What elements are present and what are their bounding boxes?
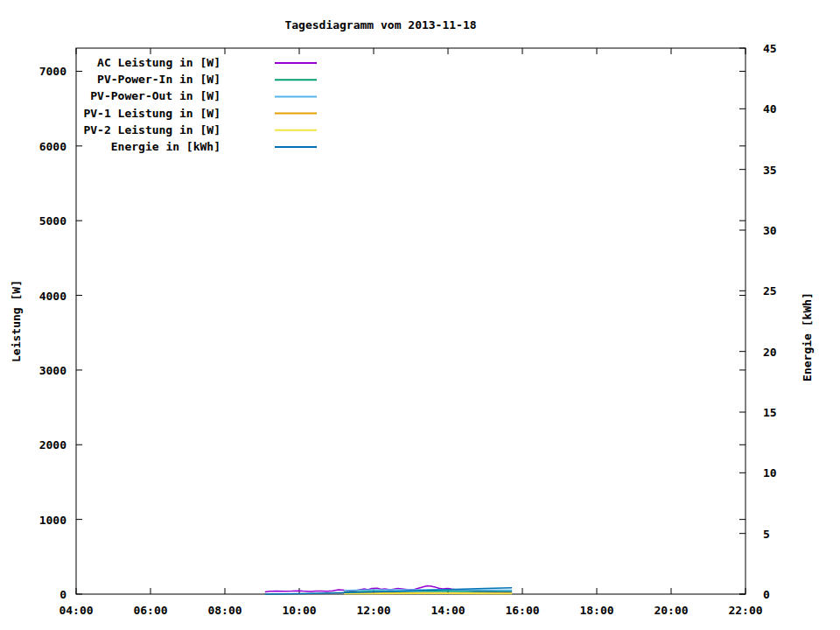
plot-area: 04:0006:0008:0010:0012:0014:0016:0018:00… <box>0 0 840 630</box>
y-tick-label: 1000 <box>39 514 66 527</box>
y-tick-label: 4000 <box>39 290 66 303</box>
x-tick-label: 12:00 <box>356 604 390 617</box>
x-tick-label: 18:00 <box>579 604 613 617</box>
y2-tick-label: 35 <box>763 164 777 177</box>
y2-tick-label: 30 <box>763 224 777 237</box>
chart: Tagesdiagramm vom 2013-11-18 Leistung [W… <box>0 0 840 630</box>
y2-tick-label: 40 <box>763 102 777 116</box>
y2-tick-label: 0 <box>763 588 770 601</box>
y2-tick-label: 45 <box>763 42 777 55</box>
y-tick-label: 2000 <box>39 438 66 452</box>
x-tick-label: 22:00 <box>728 604 762 617</box>
y2-tick-label: 5 <box>763 528 770 541</box>
legend-label: Energie in [kWh] <box>111 140 220 153</box>
legend-label: AC Leistung in [W] <box>97 56 220 69</box>
y2-tick-label: 25 <box>763 284 777 298</box>
legend-label: PV-2 Leistung in [W] <box>83 123 220 136</box>
y2-tick-label: 10 <box>763 466 777 480</box>
y-tick-label: 7000 <box>39 65 66 78</box>
y-tick-label: 5000 <box>39 214 66 228</box>
x-tick-label: 16:00 <box>505 604 539 617</box>
x-tick-label: 20:00 <box>654 604 688 617</box>
x-tick-label: 04:00 <box>59 604 93 617</box>
x-tick-label: 06:00 <box>133 604 167 617</box>
y-tick-label: 6000 <box>39 140 66 153</box>
x-tick-label: 14:00 <box>430 604 465 617</box>
y-tick-label: 0 <box>60 588 66 601</box>
y2-tick-label: 20 <box>763 346 777 359</box>
legend-label: PV-Power-In in [W] <box>97 73 220 86</box>
x-tick-label: 08:00 <box>207 604 242 617</box>
y2-tick-label: 15 <box>763 406 777 419</box>
x-tick-label: 10:00 <box>282 604 316 617</box>
legend-label: PV-1 Leistung in [W] <box>83 107 220 120</box>
legend-label: PV-Power-Out in [W] <box>90 89 220 102</box>
y-tick-label: 3000 <box>39 364 66 377</box>
